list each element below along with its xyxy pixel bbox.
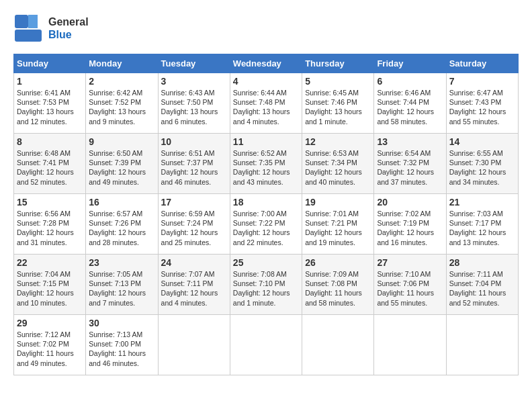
day-number: 25 — [233, 257, 299, 268]
day-number: 20 — [377, 197, 443, 208]
day-cell: 30Sunrise: 7:13 AM Sunset: 7:00 PM Dayli… — [86, 315, 158, 375]
svg-marker-1 — [28, 15, 38, 28]
day-cell: 8Sunrise: 6:48 AM Sunset: 7:41 PM Daylig… — [14, 134, 86, 194]
day-number: 19 — [305, 197, 371, 208]
day-info: Sunrise: 7:11 AM Sunset: 7:04 PM Dayligh… — [449, 269, 515, 308]
day-cell: 20Sunrise: 7:02 AM Sunset: 7:19 PM Dayli… — [374, 194, 446, 255]
day-number: 16 — [89, 197, 154, 208]
day-info: Sunrise: 7:02 AM Sunset: 7:19 PM Dayligh… — [377, 209, 443, 247]
day-info: Sunrise: 6:52 AM Sunset: 7:35 PM Dayligh… — [233, 148, 299, 187]
day-cell: 13Sunrise: 6:54 AM Sunset: 7:32 PM Dayli… — [374, 134, 446, 194]
day-cell: 3Sunrise: 6:43 AM Sunset: 7:50 PM Daylig… — [158, 73, 230, 134]
day-cell: 22Sunrise: 7:04 AM Sunset: 7:15 PM Dayli… — [14, 255, 86, 315]
logo-line2: Blue — [48, 28, 89, 41]
header-cell-wednesday: Wednesday — [230, 54, 302, 73]
logo-svg — [13, 13, 43, 43]
day-cell — [302, 315, 374, 375]
header-cell-tuesday: Tuesday — [158, 54, 230, 73]
day-number: 7 — [449, 76, 515, 87]
day-cell: 4Sunrise: 6:44 AM Sunset: 7:48 PM Daylig… — [230, 73, 302, 134]
calendar-table: SundayMondayTuesdayWednesdayThursdayFrid… — [13, 54, 519, 375]
week-row: 29Sunrise: 7:12 AM Sunset: 7:02 PM Dayli… — [14, 315, 519, 375]
day-cell — [446, 315, 518, 375]
day-cell: 28Sunrise: 7:11 AM Sunset: 7:04 PM Dayli… — [446, 255, 518, 315]
day-number: 3 — [161, 76, 227, 87]
day-info: Sunrise: 6:43 AM Sunset: 7:50 PM Dayligh… — [161, 88, 227, 126]
day-info: Sunrise: 7:09 AM Sunset: 7:08 PM Dayligh… — [305, 269, 371, 308]
day-cell: 18Sunrise: 7:00 AM Sunset: 7:22 PM Dayli… — [230, 194, 302, 255]
day-number: 14 — [449, 136, 515, 147]
day-info: Sunrise: 6:55 AM Sunset: 7:30 PM Dayligh… — [449, 148, 515, 187]
day-number: 26 — [305, 257, 371, 268]
day-info: Sunrise: 7:00 AM Sunset: 7:22 PM Dayligh… — [233, 209, 299, 247]
day-number: 27 — [377, 257, 443, 268]
day-number: 18 — [233, 197, 299, 208]
week-row: 8Sunrise: 6:48 AM Sunset: 7:41 PM Daylig… — [14, 134, 519, 194]
day-number: 15 — [17, 197, 83, 208]
day-info: Sunrise: 7:04 AM Sunset: 7:15 PM Dayligh… — [17, 269, 83, 308]
header-cell-sunday: Sunday — [14, 54, 86, 73]
day-cell: 12Sunrise: 6:53 AM Sunset: 7:34 PM Dayli… — [302, 134, 374, 194]
day-number: 1 — [17, 76, 83, 87]
day-number: 30 — [89, 318, 154, 328]
day-number: 17 — [161, 197, 227, 208]
day-info: Sunrise: 6:45 AM Sunset: 7:46 PM Dayligh… — [305, 88, 371, 126]
day-info: Sunrise: 6:41 AM Sunset: 7:53 PM Dayligh… — [17, 88, 83, 126]
day-cell: 7Sunrise: 6:47 AM Sunset: 7:43 PM Daylig… — [446, 73, 518, 134]
day-cell: 17Sunrise: 6:59 AM Sunset: 7:24 PM Dayli… — [158, 194, 230, 255]
svg-rect-0 — [15, 15, 28, 28]
day-cell: 21Sunrise: 7:03 AM Sunset: 7:17 PM Dayli… — [446, 194, 518, 255]
day-cell: 27Sunrise: 7:10 AM Sunset: 7:06 PM Dayli… — [374, 255, 446, 315]
day-info: Sunrise: 6:56 AM Sunset: 7:28 PM Dayligh… — [17, 209, 83, 247]
day-info: Sunrise: 7:01 AM Sunset: 7:21 PM Dayligh… — [305, 209, 371, 247]
day-info: Sunrise: 6:59 AM Sunset: 7:24 PM Dayligh… — [161, 209, 227, 247]
day-cell — [230, 315, 302, 375]
day-info: Sunrise: 6:57 AM Sunset: 7:26 PM Dayligh… — [89, 209, 154, 247]
day-number: 12 — [305, 136, 371, 147]
logo: GeneralBlue — [13, 13, 89, 43]
day-info: Sunrise: 7:05 AM Sunset: 7:13 PM Dayligh… — [89, 269, 154, 308]
svg-rect-2 — [15, 30, 42, 42]
header-cell-thursday: Thursday — [302, 54, 374, 73]
day-cell: 16Sunrise: 6:57 AM Sunset: 7:26 PM Dayli… — [86, 194, 158, 255]
day-number: 11 — [233, 136, 299, 147]
day-cell: 29Sunrise: 7:12 AM Sunset: 7:02 PM Dayli… — [14, 315, 86, 375]
day-cell — [158, 315, 230, 375]
day-info: Sunrise: 7:10 AM Sunset: 7:06 PM Dayligh… — [377, 269, 443, 308]
day-number: 9 — [89, 136, 154, 147]
day-info: Sunrise: 7:08 AM Sunset: 7:10 PM Dayligh… — [233, 269, 299, 308]
day-info: Sunrise: 6:47 AM Sunset: 7:43 PM Dayligh… — [449, 88, 515, 126]
day-number: 13 — [377, 136, 443, 147]
day-info: Sunrise: 6:51 AM Sunset: 7:37 PM Dayligh… — [161, 148, 227, 187]
day-number: 10 — [161, 136, 227, 147]
day-number: 23 — [89, 257, 154, 268]
day-info: Sunrise: 6:44 AM Sunset: 7:48 PM Dayligh… — [233, 88, 299, 126]
header-cell-saturday: Saturday — [446, 54, 518, 73]
day-number: 5 — [305, 76, 371, 87]
day-number: 24 — [161, 257, 227, 268]
day-info: Sunrise: 6:46 AM Sunset: 7:44 PM Dayligh… — [377, 88, 443, 126]
day-info: Sunrise: 7:12 AM Sunset: 7:02 PM Dayligh… — [17, 330, 83, 368]
day-cell: 24Sunrise: 7:07 AM Sunset: 7:11 PM Dayli… — [158, 255, 230, 315]
logo-line1: General — [48, 15, 89, 28]
day-cell: 6Sunrise: 6:46 AM Sunset: 7:44 PM Daylig… — [374, 73, 446, 134]
day-cell: 5Sunrise: 6:45 AM Sunset: 7:46 PM Daylig… — [302, 73, 374, 134]
day-cell: 14Sunrise: 6:55 AM Sunset: 7:30 PM Dayli… — [446, 134, 518, 194]
day-number: 28 — [449, 257, 515, 268]
day-number: 6 — [377, 76, 443, 87]
day-number: 8 — [17, 136, 83, 147]
calendar-header: SundayMondayTuesdayWednesdayThursdayFrid… — [14, 54, 519, 73]
day-info: Sunrise: 6:50 AM Sunset: 7:39 PM Dayligh… — [89, 148, 154, 187]
day-cell: 9Sunrise: 6:50 AM Sunset: 7:39 PM Daylig… — [86, 134, 158, 194]
header-row: SundayMondayTuesdayWednesdayThursdayFrid… — [14, 54, 519, 73]
day-cell: 26Sunrise: 7:09 AM Sunset: 7:08 PM Dayli… — [302, 255, 374, 315]
week-row: 1Sunrise: 6:41 AM Sunset: 7:53 PM Daylig… — [14, 73, 519, 134]
day-info: Sunrise: 7:13 AM Sunset: 7:00 PM Dayligh… — [89, 330, 154, 368]
day-cell: 2Sunrise: 6:42 AM Sunset: 7:52 PM Daylig… — [86, 73, 158, 134]
day-cell: 19Sunrise: 7:01 AM Sunset: 7:21 PM Dayli… — [302, 194, 374, 255]
day-cell: 1Sunrise: 6:41 AM Sunset: 7:53 PM Daylig… — [14, 73, 86, 134]
day-number: 2 — [89, 76, 154, 87]
day-info: Sunrise: 6:53 AM Sunset: 7:34 PM Dayligh… — [305, 148, 371, 187]
week-row: 22Sunrise: 7:04 AM Sunset: 7:15 PM Dayli… — [14, 255, 519, 315]
day-cell: 25Sunrise: 7:08 AM Sunset: 7:10 PM Dayli… — [230, 255, 302, 315]
